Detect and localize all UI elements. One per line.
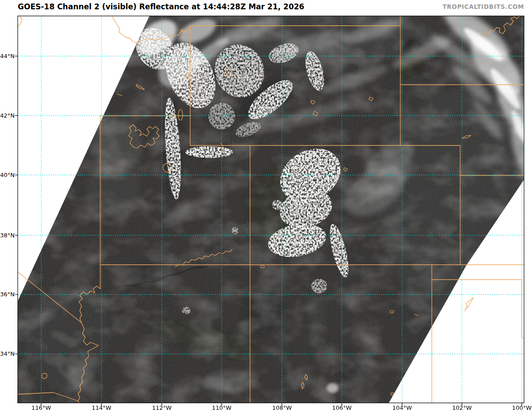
x-axis-label: 116°W — [30, 405, 53, 411]
y-axis-label: 36°N — [0, 291, 15, 297]
lake-meredith — [465, 298, 473, 310]
x-axis-label: 100°W — [510, 405, 532, 411]
satellite-image-layer — [18, 0, 532, 403]
x-axis-label: 104°W — [391, 405, 414, 411]
y-axis-label: 40°N — [0, 172, 15, 178]
y-axis-label: 44°N — [0, 53, 15, 59]
satellite-map — [0, 0, 532, 412]
x-axis-label: 106°W — [330, 405, 353, 411]
y-axis-label: 42°N — [0, 113, 15, 118]
white-sands-bright-spot — [327, 383, 338, 393]
x-axis-label: 112°W — [150, 405, 173, 411]
y-axis-label: 34°N — [0, 351, 15, 357]
x-axis-label: 110°W — [210, 405, 233, 411]
page: { "header": { "title": "GOES-18 Channel … — [0, 0, 532, 412]
x-axis-label: 102°W — [450, 405, 473, 411]
x-axis-label: 108°W — [270, 405, 293, 411]
image-mottle — [18, 16, 524, 403]
x-axis-label: 114°W — [90, 405, 113, 411]
border-oregon-idaho — [18, 16, 22, 27]
y-axis-label: 38°N — [0, 232, 15, 238]
